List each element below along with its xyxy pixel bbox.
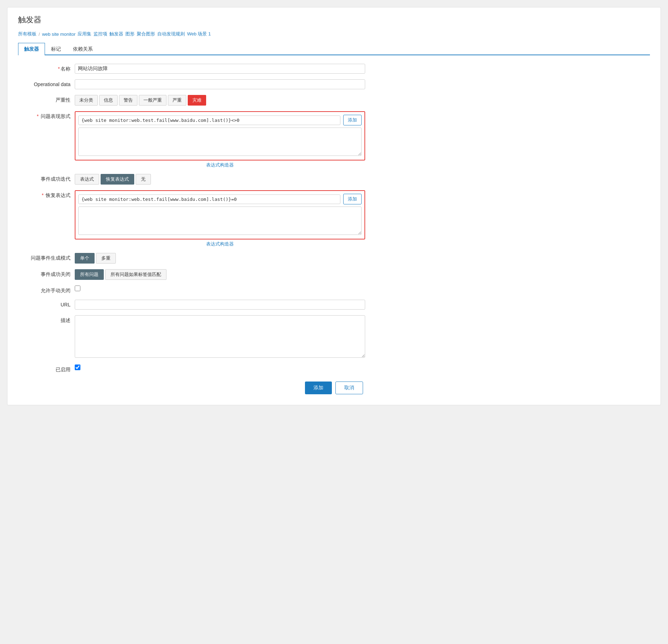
name-row: *名称: [18, 64, 365, 74]
success-tabs: 表达式 恢复表达式 无: [75, 174, 365, 185]
close-buttons: 所有问题 所有问题如果标签值匹配: [75, 269, 365, 280]
description-textarea[interactable]: [75, 315, 365, 358]
url-row: URL: [18, 300, 365, 310]
breadcrumb-app-sets[interactable]: 应用集: [78, 31, 91, 37]
close-all-problems[interactable]: 所有问题: [75, 269, 104, 280]
enabled-checkbox-label[interactable]: [75, 365, 365, 370]
problem-expression-textarea[interactable]: [78, 128, 362, 156]
close-row: 事件成功关闭 所有问题 所有问题如果标签值匹配: [18, 269, 365, 280]
name-input[interactable]: [75, 64, 365, 74]
recovery-add-button[interactable]: 添加: [343, 194, 362, 204]
url-label: URL: [18, 300, 75, 307]
manual-close-checkbox[interactable]: [75, 286, 80, 291]
breadcrumb-aggregated-graphs[interactable]: 聚合图形: [137, 31, 155, 37]
mode-single[interactable]: 单个: [75, 253, 95, 264]
operational-data-row: Operational data: [18, 79, 365, 89]
problem-expr-control: 添加 表达式构造器: [75, 111, 365, 168]
add-button[interactable]: 添加: [305, 382, 332, 394]
severity-label: 严重性: [18, 95, 75, 103]
problem-add-button[interactable]: 添加: [343, 115, 362, 125]
sev-warning[interactable]: 警告: [119, 95, 137, 106]
breadcrumb-monitor-items[interactable]: 监控项: [94, 31, 107, 37]
close-tag-match[interactable]: 所有问题如果标签值匹配: [105, 269, 166, 280]
success-tab-recovery[interactable]: 恢复表达式: [101, 174, 134, 185]
manual-close-checkbox-label[interactable]: [75, 286, 365, 291]
problem-expr-label: * 问题表现形式: [18, 111, 75, 120]
name-label: *名称: [18, 64, 75, 72]
breadcrumb-auto-discovery[interactable]: 自动发现规则: [157, 31, 185, 37]
tab-trigger[interactable]: 触发器: [18, 43, 45, 55]
recovery-expr-control: 添加 表达式构造器: [75, 190, 365, 247]
recovery-expr-builder-link[interactable]: 表达式构造器: [75, 241, 365, 247]
manual-close-label: 允许手动关闭: [18, 286, 75, 294]
tab-tags[interactable]: 标记: [45, 43, 67, 55]
problem-expr-required: *: [37, 113, 39, 119]
problem-expression-box: 添加: [75, 111, 365, 160]
description-row: 描述: [18, 315, 365, 359]
recovery-expr-label: * 恢复表达式: [18, 190, 75, 199]
breadcrumb-sep-1: /: [39, 32, 40, 37]
success-criteria-control: 表达式 恢复表达式 无: [75, 174, 365, 185]
sev-average[interactable]: 一般严重: [139, 95, 166, 106]
url-control: [75, 300, 365, 310]
success-criteria-row: 事件成功迭代 表达式 恢复表达式 无: [18, 174, 365, 185]
name-control: [75, 64, 365, 74]
event-mode-label: 问题事件生成模式: [18, 253, 75, 261]
event-mode-control: 单个 多重: [75, 253, 365, 264]
event-mode-row: 问题事件生成模式 单个 多重: [18, 253, 365, 264]
breadcrumb: 所有模板 / web site monitor 应用集 监控项 触发器 图形 聚…: [18, 31, 650, 37]
cancel-button[interactable]: 取消: [335, 382, 363, 394]
severity-control: 未分类 信息 警告 一般严重 严重 灾难: [75, 95, 365, 106]
enabled-label: 已启用: [18, 365, 75, 373]
form-section: *名称 Operational data 严重性 未分类 信息 警告 一般严重: [18, 64, 365, 373]
breadcrumb-triggers[interactable]: 触发器: [109, 31, 123, 37]
page-title: 触发器: [18, 15, 650, 25]
recovery-expr-required: *: [42, 192, 44, 198]
operational-data-label: Operational data: [18, 79, 75, 87]
enabled-row: 已启用: [18, 365, 365, 373]
operational-data-input[interactable]: [75, 79, 365, 89]
breadcrumb-web-site-monitor[interactable]: web site monitor: [42, 32, 76, 37]
sev-info[interactable]: 信息: [99, 95, 118, 106]
mode-multiple[interactable]: 多重: [96, 253, 116, 264]
breadcrumb-web-scene[interactable]: Web 场景 1: [187, 31, 211, 37]
severity-buttons: 未分类 信息 警告 一般严重 严重 灾难: [75, 95, 365, 106]
sev-unclassified[interactable]: 未分类: [75, 95, 98, 106]
sev-high[interactable]: 严重: [168, 95, 186, 106]
close-label: 事件成功关闭: [18, 269, 75, 278]
recovery-expression-textarea[interactable]: [78, 207, 362, 235]
tabs-nav: 触发器 标记 依赖关系: [18, 43, 650, 55]
problem-expression-row: 添加: [78, 115, 362, 125]
description-label: 描述: [18, 315, 75, 324]
problem-expression-input[interactable]: [78, 115, 340, 125]
enabled-checkbox[interactable]: [75, 365, 80, 370]
manual-close-row: 允许手动关闭: [18, 286, 365, 294]
operational-data-control: [75, 79, 365, 89]
breadcrumb-all-templates[interactable]: 所有模板: [18, 31, 36, 37]
problem-expr-row: * 问题表现形式 添加 表达式构造器: [18, 111, 365, 168]
close-control: 所有问题 所有问题如果标签值匹配: [75, 269, 365, 280]
recovery-expression-row: 添加: [78, 194, 362, 204]
url-input[interactable]: [75, 300, 365, 310]
manual-close-control: [75, 286, 365, 291]
success-criteria-label: 事件成功迭代: [18, 174, 75, 182]
description-control: [75, 315, 365, 359]
success-tab-expression[interactable]: 表达式: [75, 174, 99, 185]
success-tab-none[interactable]: 无: [136, 174, 151, 185]
event-mode-buttons: 单个 多重: [75, 253, 365, 264]
severity-row: 严重性 未分类 信息 警告 一般严重 严重 灾难: [18, 95, 365, 106]
problem-expr-builder-link[interactable]: 表达式构造器: [75, 162, 365, 168]
recovery-expr-row: * 恢复表达式 添加 表达式构造器: [18, 190, 365, 247]
recovery-expression-box: 添加: [75, 190, 365, 239]
enabled-control: [75, 365, 365, 370]
bottom-actions: 添加 取消: [18, 382, 650, 394]
name-required: *: [58, 66, 60, 72]
recovery-expression-input[interactable]: [78, 194, 340, 204]
breadcrumb-graphs[interactable]: 图形: [125, 31, 135, 37]
tab-dependencies[interactable]: 依赖关系: [67, 43, 99, 55]
sev-disaster[interactable]: 灾难: [188, 95, 206, 106]
